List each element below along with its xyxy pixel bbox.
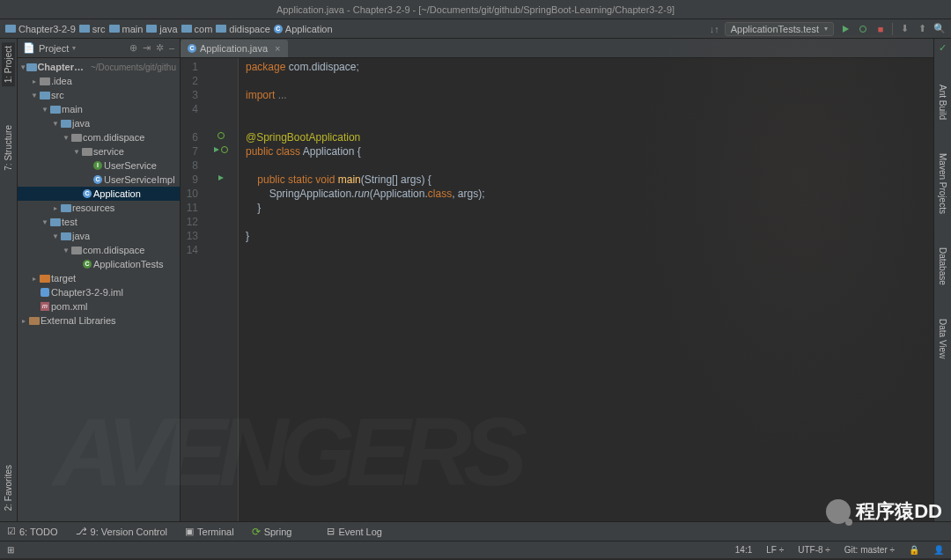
scroll-to-source-icon[interactable]: ⊕ bbox=[129, 42, 137, 54]
tool-tab-favorites[interactable]: 2: Favorites bbox=[2, 461, 15, 514]
breadcrumb-src[interactable]: src bbox=[79, 24, 106, 34]
tree-test[interactable]: ▼test bbox=[18, 215, 180, 229]
class-icon: C bbox=[274, 25, 283, 33]
tool-tab-structure[interactable]: 7: Structure bbox=[2, 122, 15, 174]
tool-button-todo[interactable]: ☑ 6: TODO bbox=[7, 526, 58, 537]
folder-icon bbox=[181, 25, 192, 33]
class-icon: C bbox=[188, 44, 196, 53]
spring-icon[interactable] bbox=[221, 146, 228, 153]
status-line-ending[interactable]: LF ÷ bbox=[766, 545, 784, 555]
tree-external-libs[interactable]: ▸External Libraries bbox=[18, 313, 180, 328]
breadcrumb-bar: Chapter3-2-9 src main java com didispace… bbox=[0, 19, 951, 39]
left-tool-gutter: 1: Project 7: Structure 2: Favorites bbox=[0, 39, 18, 521]
tree-src[interactable]: ▼src bbox=[18, 88, 180, 102]
tree-java[interactable]: ▼java bbox=[18, 116, 180, 130]
tool-button-eventlog[interactable]: ⊟ Event Log bbox=[327, 526, 382, 537]
bottom-tool-bar: ☑ 6: TODO ⎇ 9: Version Control ▣ Termina… bbox=[0, 521, 951, 541]
tree-pom[interactable]: mpom.xml bbox=[18, 299, 180, 313]
tool-tab-maven[interactable]: Maven Projects bbox=[936, 150, 949, 217]
line-number-gutter: 123467891011121314 bbox=[181, 58, 203, 521]
debug-button[interactable] bbox=[857, 23, 869, 35]
project-tree: ▼Chapter3-2-9~/Documents/git/githu ▸.ide… bbox=[18, 58, 180, 521]
status-inspector-icon[interactable]: 👤 bbox=[933, 545, 944, 555]
tree-target[interactable]: ▸target bbox=[18, 271, 180, 285]
folder-icon bbox=[109, 25, 120, 33]
tree-main[interactable]: ▼main bbox=[18, 102, 180, 116]
folder-icon bbox=[5, 25, 16, 33]
project-panel-title[interactable]: 📄 Project ▾ bbox=[23, 42, 126, 54]
tree-applicationtests[interactable]: CApplicationTests bbox=[18, 257, 180, 271]
tool-button-spring[interactable]: ⟳ Spring bbox=[252, 526, 292, 538]
stop-button[interactable]: ■ bbox=[874, 23, 887, 35]
folder-icon bbox=[146, 25, 157, 33]
hide-icon[interactable]: – bbox=[169, 42, 174, 54]
code-editor[interactable]: 123467891011121314 package com.didispace… bbox=[181, 58, 933, 521]
editor-icon-gutter bbox=[203, 58, 239, 521]
tree-service[interactable]: ▼service bbox=[18, 144, 180, 158]
status-bar: ⊞ 14:1 LF ÷ UTF-8 ÷ Git: master ÷ 🔒 👤 bbox=[0, 541, 951, 558]
run-gutter-icon[interactable] bbox=[214, 147, 219, 152]
code-content[interactable]: package com.didispace; import ... @Sprin… bbox=[239, 58, 933, 521]
tree-root[interactable]: ▼Chapter3-2-9~/Documents/git/githu bbox=[18, 60, 180, 74]
tree-idea[interactable]: ▸.idea bbox=[18, 74, 180, 88]
tool-tab-ant[interactable]: Ant Build bbox=[936, 81, 949, 123]
tree-userserviceimpl[interactable]: CUserServiceImpl bbox=[18, 173, 180, 187]
settings-icon[interactable]: ✲ bbox=[156, 42, 164, 54]
spring-icon[interactable] bbox=[217, 132, 225, 139]
tool-tab-database[interactable]: Database bbox=[936, 244, 949, 289]
tool-button-terminal[interactable]: ▣ Terminal bbox=[185, 526, 234, 537]
tree-userservice[interactable]: IUserService bbox=[18, 158, 180, 173]
editor-tab-bar: C Application.java × bbox=[181, 39, 933, 58]
tool-tab-dataview[interactable]: Data View bbox=[936, 315, 949, 362]
tree-iml[interactable]: Chapter3-2-9.iml bbox=[18, 285, 180, 299]
tree-package[interactable]: ▼com.didispace bbox=[18, 130, 180, 144]
tool-tab-project[interactable]: 1: Project bbox=[2, 42, 15, 86]
folder-icon bbox=[79, 25, 90, 33]
run-button[interactable] bbox=[839, 23, 851, 35]
breadcrumb-com[interactable]: com bbox=[181, 24, 213, 34]
separator bbox=[892, 23, 893, 35]
breadcrumb-main[interactable]: main bbox=[109, 24, 144, 34]
status-git-branch[interactable]: Git: master ÷ bbox=[844, 545, 895, 555]
breadcrumb-project[interactable]: Chapter3-2-9 bbox=[5, 24, 76, 34]
collapse-icon[interactable]: ⇥ bbox=[143, 42, 151, 54]
vcs-commit-icon[interactable]: ⬆ bbox=[916, 23, 928, 35]
status-encoding[interactable]: UTF-8 ÷ bbox=[798, 545, 830, 555]
build-icon[interactable]: ↓↑ bbox=[710, 24, 719, 34]
run-gutter-icon[interactable] bbox=[218, 175, 224, 181]
vcs-update-icon[interactable]: ⬇ bbox=[898, 23, 910, 35]
editor-tab-application[interactable]: C Application.java × bbox=[181, 40, 288, 57]
toolbar-run: ↓↑ ApplicationTests.test ■ ⬇ ⬆ 🔍 bbox=[710, 22, 946, 36]
tool-button-vcs[interactable]: ⎇ 9: Version Control bbox=[76, 526, 167, 537]
tree-test-java[interactable]: ▼java bbox=[18, 229, 180, 243]
status-position[interactable]: 14:1 bbox=[735, 545, 752, 555]
tree-resources[interactable]: ▸resources bbox=[18, 201, 180, 215]
editor-area: C Application.java × 123467891011121314 … bbox=[181, 39, 933, 521]
right-tool-gutter: ✓ Ant Build Maven Projects Database Data… bbox=[933, 39, 951, 521]
close-tab-icon[interactable]: × bbox=[275, 43, 280, 54]
status-toggle-icon[interactable]: ⊞ bbox=[7, 545, 14, 555]
tree-application[interactable]: CApplication bbox=[18, 187, 180, 201]
inspection-ok-icon[interactable]: ✓ bbox=[939, 42, 947, 55]
folder-icon bbox=[216, 25, 226, 33]
run-config-dropdown[interactable]: ApplicationTests.test bbox=[725, 22, 834, 36]
breadcrumb-java[interactable]: java bbox=[146, 24, 177, 34]
status-lock-icon[interactable]: 🔒 bbox=[909, 545, 919, 555]
breadcrumb-application[interactable]: CApplication bbox=[274, 24, 333, 34]
search-icon[interactable]: 🔍 bbox=[933, 23, 946, 35]
breadcrumb-didispace[interactable]: didispace bbox=[216, 24, 269, 34]
tree-test-package[interactable]: ▼com.didispace bbox=[18, 243, 180, 257]
project-panel: 📄 Project ▾ ⊕ ⇥ ✲ – ▼Chapter3-2-9~/Docum… bbox=[18, 39, 181, 521]
window-title: Application.java - Chapter3-2-9 - [~/Doc… bbox=[0, 0, 951, 19]
